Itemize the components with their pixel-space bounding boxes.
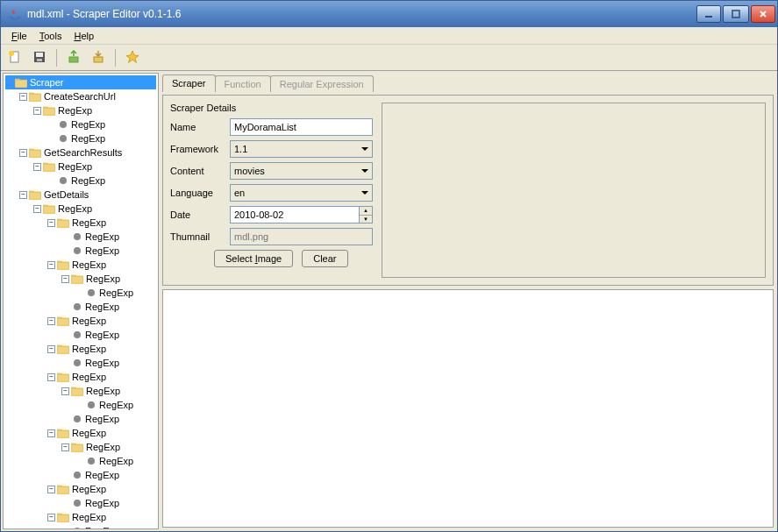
tree-node[interactable]: −RegExp (5, 440, 156, 454)
thumbnail-input (230, 228, 373, 245)
folder-icon (29, 91, 41, 102)
tree-node[interactable]: RegExp (5, 174, 156, 188)
tree-node[interactable]: RegExp (5, 356, 156, 370)
folder-icon (71, 273, 83, 284)
tree-node[interactable]: Scraper (5, 75, 156, 89)
select-image-button[interactable]: Select Image (214, 250, 293, 267)
menu-help[interactable]: Help (68, 29, 99, 43)
output-panel[interactable] (162, 289, 774, 528)
leaf-icon (74, 359, 81, 366)
titlebar[interactable]: mdl.xml - Scraper Editor v0.1-1.6 (1, 1, 777, 27)
scraper-details-panel: Scraper Details Name Framework 1.1 Conte… (162, 95, 774, 286)
framework-combo[interactable]: 1.1 (230, 140, 373, 158)
date-up-button[interactable]: ▲ (360, 207, 372, 216)
leaf-icon (74, 415, 81, 422)
tree-node[interactable]: RegExp (5, 412, 156, 426)
tree-node[interactable]: RegExp (5, 131, 156, 145)
folder-icon (57, 428, 69, 438)
tree-node[interactable]: −RegExp (5, 482, 156, 496)
tree-node[interactable]: −RegExp (5, 314, 156, 328)
tree-node[interactable]: RegExp (5, 524, 156, 529)
leaf-icon (74, 331, 81, 338)
folder-icon (43, 105, 55, 116)
tree-node[interactable]: RegExp (5, 117, 156, 131)
tree-label: RegExp (71, 175, 105, 186)
tree-node[interactable]: RegExp (5, 454, 156, 468)
clear-button[interactable]: Clear (302, 250, 347, 267)
tree-toggle-icon[interactable]: − (19, 149, 27, 157)
tree-node[interactable]: −RegExp (5, 103, 156, 117)
tree-toggle-icon[interactable]: − (47, 219, 55, 227)
tree-toggle-icon[interactable]: − (47, 261, 55, 269)
tree-node[interactable]: −RegExp (5, 258, 156, 272)
label-thumbnail: Thumnail (170, 231, 225, 242)
tree-node[interactable]: −RegExp (5, 426, 156, 440)
tree-toggle-icon[interactable]: − (47, 373, 55, 381)
tree-node[interactable]: RegExp (5, 300, 156, 314)
tree-toggle-icon (75, 289, 83, 297)
tree-node[interactable]: RegExp (5, 328, 156, 342)
tree-pane[interactable]: Scraper−CreateSearchUrl−RegExpRegExpRegE… (3, 73, 159, 529)
tree-toggle-icon (61, 331, 69, 339)
toolbar-star-button[interactable] (122, 47, 143, 68)
tree-node[interactable]: RegExp (5, 244, 156, 258)
tree-node[interactable]: −RegExp (5, 160, 156, 174)
tree-node[interactable]: RegExp (5, 398, 156, 412)
close-button[interactable] (751, 5, 775, 23)
group-title: Scraper Details (170, 103, 373, 113)
maximize-button[interactable] (723, 5, 749, 23)
folder-icon (57, 316, 69, 326)
tree-node[interactable]: −GetSearchResults (5, 145, 156, 160)
tab-function[interactable]: Function (215, 75, 271, 92)
toolbar-import-button[interactable] (63, 47, 84, 68)
tree-label: RegExp (85, 358, 119, 368)
leaf-icon (74, 303, 81, 310)
tree-label: RegExp (86, 273, 120, 284)
toolbar-new-button[interactable] (4, 47, 25, 68)
date-down-button[interactable]: ▼ (360, 216, 372, 223)
content-combo[interactable]: movies (230, 162, 373, 180)
tree-toggle-icon[interactable]: − (61, 443, 69, 451)
tree-node[interactable]: −RegExp (5, 272, 156, 286)
minimize-button[interactable] (696, 5, 721, 23)
tree-toggle-icon[interactable]: − (33, 163, 41, 171)
tab-scraper[interactable]: Scraper (162, 74, 216, 92)
tree-toggle-icon[interactable]: − (33, 107, 41, 115)
tree-node[interactable]: −RegExp (5, 342, 156, 356)
tree-node[interactable]: −GetDetails (5, 188, 156, 202)
leaf-icon (74, 472, 81, 479)
tree-toggle-icon[interactable]: − (33, 205, 41, 213)
tree-node[interactable]: RegExp (5, 496, 156, 510)
tree-node[interactable]: −RegExp (5, 370, 156, 384)
tree-node[interactable]: −RegExp (5, 216, 156, 230)
tree-node[interactable]: RegExp (5, 286, 156, 300)
leaf-icon (74, 528, 81, 529)
name-input[interactable] (230, 118, 373, 136)
tab-regex[interactable]: Regular Expression (270, 75, 374, 92)
language-combo[interactable]: en (230, 184, 373, 202)
toolbar-save-button[interactable] (29, 47, 50, 68)
tree-toggle-icon[interactable]: − (61, 387, 69, 395)
tree-toggle-icon[interactable]: − (47, 345, 55, 353)
toolbar-export-button[interactable] (88, 47, 109, 68)
tree-toggle-icon[interactable]: − (47, 429, 55, 437)
tree-toggle-icon[interactable]: − (61, 275, 69, 283)
tree-node[interactable]: −RegExp (5, 384, 156, 398)
menu-file[interactable]: File (6, 29, 32, 43)
tree-node[interactable]: RegExp (5, 230, 156, 244)
tree-toggle-icon[interactable]: − (47, 486, 55, 493)
tree-node[interactable]: −RegExp (5, 510, 156, 524)
tree-toggle-icon[interactable]: − (19, 93, 27, 101)
tree-toggle-icon[interactable]: − (47, 514, 55, 521)
tree-node[interactable]: RegExp (5, 468, 156, 482)
tree-node[interactable]: −RegExp (5, 202, 156, 216)
tree-label: RegExp (72, 512, 106, 522)
date-input[interactable] (230, 206, 359, 223)
tree-toggle-icon[interactable]: − (47, 317, 55, 325)
tree-toggle-icon[interactable]: − (19, 191, 27, 199)
folder-icon (71, 442, 83, 452)
menu-tools[interactable]: Tools (34, 29, 68, 43)
import-icon (67, 50, 81, 66)
tree-node[interactable]: −CreateSearchUrl (5, 89, 156, 103)
date-spinner[interactable]: ▲ ▼ (230, 206, 373, 223)
